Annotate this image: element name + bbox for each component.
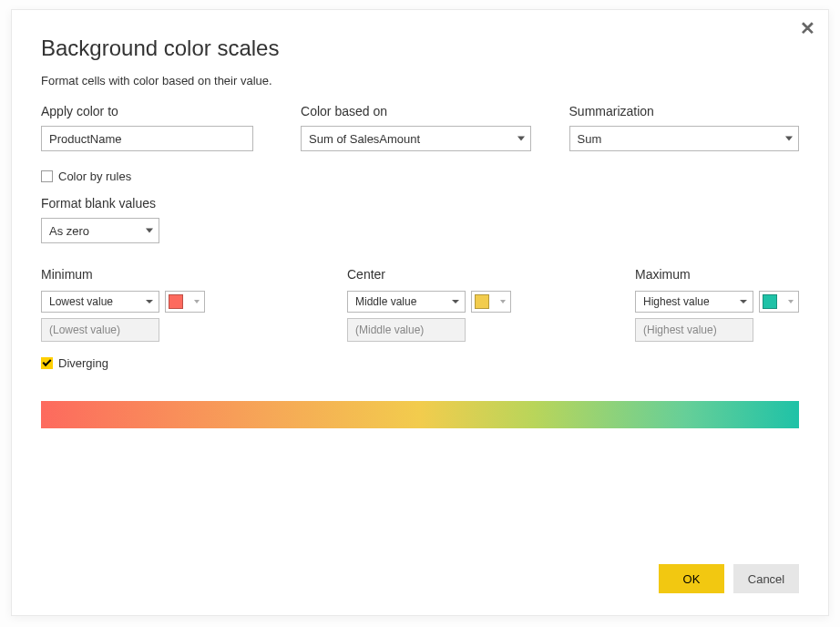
minimum-value-select[interactable]: Lowest value	[41, 291, 159, 313]
maximum-value-select[interactable]: Highest value	[635, 291, 753, 313]
color-by-rules-row: Color by rules	[41, 170, 799, 183]
minimum-label: Minimum	[41, 267, 205, 282]
center-column: Center Middle value (Middle value)	[347, 267, 511, 342]
center-select-value: Middle value	[355, 295, 416, 308]
dialog-title: Background color scales	[41, 36, 799, 61]
color-by-rules-checkbox[interactable]	[41, 170, 53, 182]
apply-color-to-column: Apply color to	[41, 104, 253, 151]
summarization-select[interactable]: Sum	[569, 126, 799, 151]
maximum-color-picker[interactable]	[759, 291, 799, 313]
maximum-select-value: Highest value	[643, 295, 710, 308]
center-color-swatch	[475, 294, 489, 309]
summarization-value: Sum	[578, 132, 602, 146]
format-blank-values-select[interactable]: As zero	[41, 218, 159, 243]
color-based-on-label: Color based on	[301, 104, 530, 118]
chevron-down-icon	[452, 300, 459, 303]
format-blank-values-label: Format blank values	[41, 196, 799, 211]
center-value-select[interactable]: Middle value	[347, 291, 466, 313]
color-based-on-column: Color based on Sum of SalesAmount	[301, 104, 530, 151]
close-icon[interactable]: ✕	[800, 19, 815, 37]
cancel-button[interactable]: Cancel	[733, 564, 799, 593]
center-color-picker[interactable]	[471, 291, 511, 313]
chevron-down-icon	[500, 300, 506, 303]
maximum-color-swatch	[763, 294, 777, 309]
minimum-color-swatch	[169, 294, 183, 309]
center-readonly-value: (Middle value)	[347, 318, 466, 342]
minimum-select-value: Lowest value	[49, 295, 113, 308]
chevron-down-icon	[740, 300, 747, 303]
diverging-row: Diverging	[41, 356, 799, 370]
chevron-down-icon	[194, 300, 200, 303]
apply-color-to-input[interactable]	[41, 126, 253, 151]
format-blank-values-value: As zero	[49, 224, 89, 238]
diverging-label: Diverging	[58, 356, 108, 370]
apply-color-to-label: Apply color to	[41, 104, 253, 118]
chevron-down-icon	[517, 137, 525, 141]
gradient-preview	[41, 401, 799, 428]
dialog-footer: OK Cancel	[659, 564, 799, 593]
chevron-down-icon	[785, 137, 793, 141]
top-fields-row: Apply color to Color based on Sum of Sal…	[41, 104, 799, 151]
maximum-label: Maximum	[635, 267, 799, 282]
color-by-rules-label: Color by rules	[58, 170, 131, 183]
center-label: Center	[347, 267, 511, 282]
minimum-readonly-value: (Lowest value)	[41, 318, 159, 342]
chevron-down-icon	[146, 300, 153, 303]
ok-button[interactable]: OK	[659, 564, 724, 593]
maximum-readonly-value: (Highest value)	[635, 318, 753, 342]
summarization-column: Summarization Sum	[569, 104, 799, 151]
chevron-down-icon	[146, 229, 153, 233]
chevron-down-icon	[788, 300, 794, 303]
minimum-color-picker[interactable]	[165, 291, 205, 313]
summarization-label: Summarization	[569, 104, 799, 118]
diverging-checkbox[interactable]	[41, 357, 53, 369]
color-based-on-select[interactable]: Sum of SalesAmount	[301, 126, 530, 151]
background-color-scales-dialog: ✕ Background color scales Format cells w…	[11, 9, 829, 616]
color-based-on-value: Sum of SalesAmount	[309, 132, 420, 146]
min-center-max-row: Minimum Lowest value (Lowest value) Cent…	[41, 267, 799, 342]
minimum-column: Minimum Lowest value (Lowest value)	[41, 267, 205, 342]
dialog-subtitle: Format cells with color based on their v…	[41, 74, 799, 87]
maximum-column: Maximum Highest value (Highest value)	[635, 267, 799, 342]
